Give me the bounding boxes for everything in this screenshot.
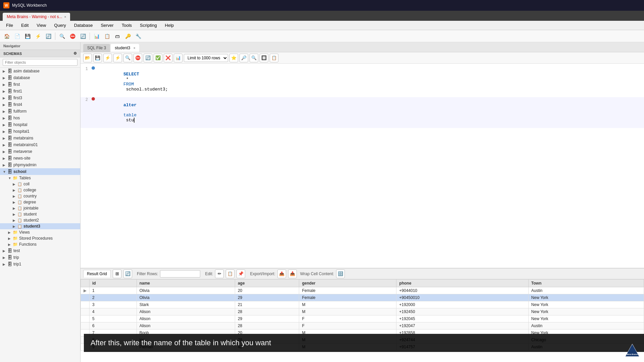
expander-first3[interactable]: ▶ bbox=[3, 96, 7, 100]
expander-hos[interactable]: ▶ bbox=[3, 116, 7, 120]
query-tab-sqlfile3[interactable]: SQL File 3 bbox=[83, 44, 110, 52]
row-expander[interactable] bbox=[81, 322, 90, 329]
schema-item-school[interactable]: ▼ 🗄 school bbox=[0, 168, 80, 175]
btn-rollback[interactable]: ❌ bbox=[164, 54, 172, 62]
schema-item-country[interactable]: ▶ 📋 country bbox=[0, 193, 80, 199]
expander-test[interactable]: ▶ bbox=[3, 249, 7, 253]
schema-item-fullform[interactable]: ▶ 🗄 fullform bbox=[0, 108, 80, 115]
btn-explain[interactable]: 🔍 bbox=[123, 54, 132, 62]
expander-functions[interactable]: ▶ bbox=[8, 243, 13, 246]
btn-refresh[interactable]: 🔄 bbox=[144, 54, 152, 62]
btn-save[interactable]: 💾 bbox=[93, 54, 102, 62]
result-tab-grid[interactable]: Result Grid bbox=[83, 270, 111, 278]
schema-item-student3[interactable]: ▶ 📋 student3 bbox=[0, 223, 80, 229]
expander-trip[interactable]: ▶ bbox=[3, 256, 7, 259]
expander-views[interactable]: ▶ bbox=[8, 231, 13, 234]
expander-trip1[interactable]: ▶ bbox=[3, 262, 7, 266]
btn-star[interactable]: ⭐ bbox=[229, 54, 238, 62]
toolbar-btn10[interactable]: 📋 bbox=[102, 32, 112, 41]
row-expander[interactable] bbox=[81, 301, 90, 308]
code-content-1[interactable]: SELECT * FROM school.student3; bbox=[96, 66, 644, 97]
row-expander[interactable]: ▶ bbox=[81, 287, 90, 294]
query-tab-student3[interactable]: student3 × bbox=[111, 44, 139, 52]
btn-execute-selection[interactable]: ⚡ bbox=[113, 54, 122, 62]
expander-phpmyadmin[interactable]: ▶ bbox=[3, 163, 7, 167]
expander-student2[interactable]: ▶ bbox=[13, 219, 17, 222]
query-tab-close-student3[interactable]: × bbox=[133, 46, 136, 50]
row-expander[interactable] bbox=[81, 315, 90, 322]
btn-stop[interactable]: ⛔ bbox=[133, 54, 142, 62]
btn-commit[interactable]: ✅ bbox=[154, 54, 162, 62]
expander-database[interactable]: ▶ bbox=[3, 76, 7, 80]
expander-hospital[interactable]: ▶ bbox=[3, 123, 7, 127]
toolbar-btn13[interactable]: 🔧 bbox=[133, 32, 143, 41]
schemas-icon[interactable]: ⚙ bbox=[73, 51, 77, 56]
btn-format[interactable]: 📋 bbox=[270, 54, 278, 62]
export-btn[interactable]: 📤 bbox=[277, 269, 286, 278]
menu-server[interactable]: Server bbox=[97, 21, 117, 29]
schema-item-metabrains[interactable]: ▶ 🗄 metabrains bbox=[0, 135, 80, 141]
col-header-id[interactable]: id bbox=[90, 280, 137, 287]
col-header-town[interactable]: Town bbox=[528, 280, 644, 287]
schema-item-trip[interactable]: ▶ 🗄 trip bbox=[0, 254, 80, 261]
toolbar-btn11[interactable]: 🗃 bbox=[113, 32, 122, 41]
window-tab[interactable]: Meta Brains - Warning - not s... × bbox=[3, 13, 70, 21]
wrap-btn[interactable]: 🔠 bbox=[336, 269, 345, 278]
btn-toggle-output[interactable]: 📊 bbox=[174, 54, 182, 62]
table-row[interactable]: 4 Alison 28 M +192450 New York bbox=[81, 308, 644, 315]
expander-hospital1[interactable]: ▶ bbox=[3, 130, 7, 133]
expander-newssite[interactable]: ▶ bbox=[3, 157, 7, 160]
menu-query[interactable]: Query bbox=[51, 21, 69, 29]
table-row[interactable]: 5 Alison 29 F +192045 New York bbox=[81, 315, 644, 322]
schema-item-database[interactable]: ▶ 🗄 database bbox=[0, 74, 80, 81]
toolbar-btn2[interactable]: 📄 bbox=[12, 32, 22, 41]
toolbar-btn3[interactable]: 💾 bbox=[23, 32, 32, 41]
expander-metabrains[interactable]: ▶ bbox=[3, 136, 7, 140]
btn-execute[interactable]: ⚡ bbox=[103, 54, 112, 62]
table-row[interactable]: ▶ 1 Olivia 20 Female +9044010 Austin bbox=[81, 287, 644, 294]
expander-degree[interactable]: ▶ bbox=[13, 200, 17, 204]
btn-zoom-out[interactable]: 🔍 bbox=[250, 54, 258, 62]
row-expander[interactable] bbox=[81, 294, 90, 301]
schema-item-coll[interactable]: ▶ 📋 coll bbox=[0, 181, 80, 187]
schema-item-hospital1[interactable]: ▶ 🗄 hospital1 bbox=[0, 128, 80, 135]
table-row[interactable]: 3 Stark 21 M +192000 New York bbox=[81, 301, 644, 308]
schema-item-first4[interactable]: ▶ 🗄 first4 bbox=[0, 101, 80, 108]
schema-item-first1[interactable]: ▶ 🗄 first1 bbox=[0, 88, 80, 95]
expander-stored-procs[interactable]: ▶ bbox=[8, 237, 13, 240]
toolbar-btn6[interactable]: 🔍 bbox=[57, 32, 67, 41]
edit-btn-paste[interactable]: 📌 bbox=[236, 269, 245, 278]
schema-item-degree[interactable]: ▶ 📋 degree bbox=[0, 199, 80, 205]
toolbar-btn7[interactable]: ⛔ bbox=[68, 32, 77, 41]
menu-view[interactable]: View bbox=[33, 21, 49, 29]
btn-reset-zoom[interactable]: 🔲 bbox=[260, 54, 268, 62]
col-header-name[interactable]: name bbox=[137, 280, 235, 287]
schema-item-jointable[interactable]: ▶ 📋 jointable bbox=[0, 205, 80, 211]
edit-btn-pencil[interactable]: ✏ bbox=[215, 269, 224, 278]
toolbar-btn9[interactable]: 📊 bbox=[92, 32, 101, 41]
expander-asim[interactable]: ▶ bbox=[3, 69, 7, 73]
expander-tables[interactable]: ▼ bbox=[8, 176, 13, 180]
schema-item-phpmyadmin[interactable]: ▶ 🗄 phpmyadmin bbox=[0, 162, 80, 168]
expander-metabrains01[interactable]: ▶ bbox=[3, 143, 7, 147]
toolbar-btn4[interactable]: ⚡ bbox=[33, 32, 43, 41]
expander-jointable[interactable]: ▶ bbox=[13, 206, 17, 210]
table-row[interactable]: 6 Alison 28 F +192047 Austin bbox=[81, 322, 644, 329]
expander-college[interactable]: ▶ bbox=[13, 188, 17, 192]
menu-edit[interactable]: Edit bbox=[18, 21, 32, 29]
expander-student3[interactable]: ▶ bbox=[13, 225, 17, 228]
schema-item-metabrains01[interactable]: ▶ 🗄 metabrains01 bbox=[0, 141, 80, 148]
schema-item-student[interactable]: ▶ 📋 student bbox=[0, 211, 80, 217]
table-row[interactable]: 2 Olivia 29 Female +90450010 New York bbox=[81, 294, 644, 301]
schema-item-stored-procedures[interactable]: ▶ 📁 Stored Procedures bbox=[0, 235, 80, 241]
result-btn-refresh[interactable]: 🔄 bbox=[123, 269, 132, 278]
schema-item-views[interactable]: ▶ 📁 Views bbox=[0, 229, 80, 235]
toolbar-btn12[interactable]: 🔑 bbox=[123, 32, 132, 41]
filter-input[interactable] bbox=[3, 59, 77, 66]
edit-btn-copy[interactable]: 📋 bbox=[226, 269, 234, 278]
schema-item-college[interactable]: ▶ 📋 college bbox=[0, 187, 80, 193]
expander-metaverse[interactable]: ▶ bbox=[3, 150, 7, 154]
expander-school[interactable]: ▼ bbox=[3, 170, 7, 174]
col-header-phone[interactable]: phone bbox=[396, 280, 528, 287]
code-editor[interactable]: 1 SELECT * FROM school.student3; 2 bbox=[80, 64, 644, 268]
